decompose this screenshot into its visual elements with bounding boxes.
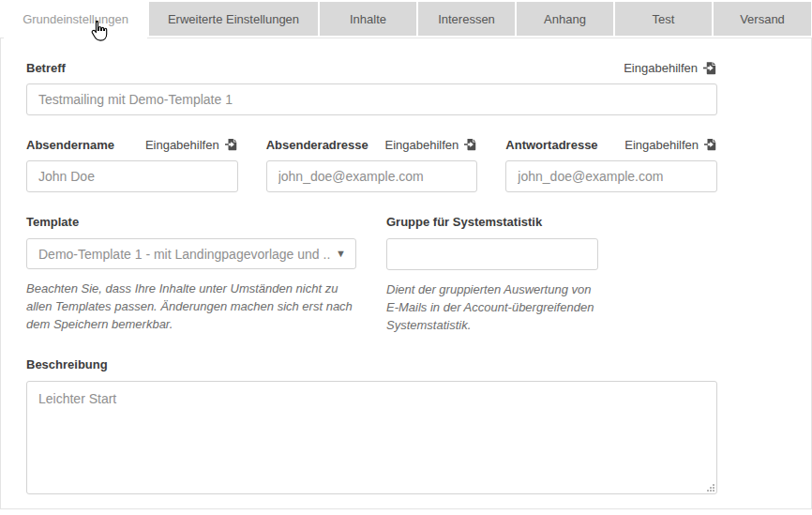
beschreibung-label: Beschreibung: [26, 357, 718, 372]
statistik-gruppe-help-text: Dient der gruppierten Auswertung von E-M…: [386, 280, 600, 334]
tab-anhang[interactable]: Anhang: [517, 2, 613, 36]
template-row: Template Demo-Template 1 - mit Landingpa…: [26, 215, 717, 334]
antwortadresse-field: Antwortadresse Eingabehilfen: [505, 137, 717, 192]
betreff-input[interactable]: [26, 83, 717, 115]
absenderadresse-input[interactable]: [266, 160, 478, 192]
tab-inhalte[interactable]: Inhalte: [320, 2, 416, 36]
template-field: Template Demo-Template 1 - mit Landingpa…: [26, 215, 356, 334]
absendername-eingabehilfen-link[interactable]: Eingabehilfen: [145, 138, 238, 152]
absendername-input[interactable]: [26, 160, 238, 192]
betreff-label: Betreff: [26, 61, 66, 75]
statistik-gruppe-field: Gruppe für Systemstatistik Dient der gru…: [386, 215, 611, 334]
eingabehilfen-label: Eingabehilfen: [624, 138, 699, 152]
betreff-eingabehilfen-link[interactable]: Eingabehilfen: [624, 61, 717, 75]
form-content: Betreff Eingabehilfen Absendername: [1, 38, 718, 494]
insert-into-field-icon[interactable]: [704, 138, 717, 151]
tab-interessen[interactable]: Interessen: [418, 2, 515, 36]
eingabehilfen-label: Eingabehilfen: [385, 138, 459, 152]
template-label: Template: [26, 215, 356, 230]
template-select[interactable]: Demo-Template 1 - mit Landingpagevorlage…: [26, 238, 356, 269]
antwortadresse-input[interactable]: [505, 160, 717, 192]
template-selected-option: Demo-Template 1 - mit Landingpagevorlage…: [38, 247, 331, 262]
eingabehilfen-label: Eingabehilfen: [145, 138, 219, 152]
betreff-header: Betreff Eingabehilfen: [26, 60, 717, 75]
sender-row: Absendername Eingabehilfen: [26, 137, 717, 192]
insert-into-field-icon[interactable]: [464, 138, 477, 151]
beschreibung-field: Beschreibung Leichter Start: [26, 357, 718, 494]
absenderadresse-eingabehilfen-link[interactable]: Eingabehilfen: [385, 138, 478, 152]
absenderadresse-label: Absenderadresse: [266, 138, 368, 152]
absendername-label: Absendername: [26, 138, 114, 152]
tab-test[interactable]: Test: [615, 2, 712, 36]
absenderadresse-field: Absenderadresse Eingabehilfen: [266, 137, 478, 192]
statistik-gruppe-label: Gruppe für Systemstatistik: [386, 215, 611, 230]
eingabehilfen-label: Eingabehilfen: [624, 61, 698, 75]
panel-body: Betreff Eingabehilfen Absendername: [0, 38, 812, 509]
mailing-settings-panel: Grundeinstellungen Erweiterte Einstellun…: [0, 0, 812, 515]
insert-into-field-icon[interactable]: [703, 61, 717, 75]
absendername-field: Absendername Eingabehilfen: [26, 137, 238, 192]
tab-bar: Grundeinstellungen Erweiterte Einstellun…: [0, 0, 812, 38]
chevron-down-icon: ▼: [336, 248, 346, 259]
statistik-gruppe-input[interactable]: [386, 238, 598, 270]
textarea-resize-grip[interactable]: [706, 483, 715, 492]
antwortadresse-eingabehilfen-link[interactable]: Eingabehilfen: [624, 138, 717, 152]
antwortadresse-label: Antwortadresse: [505, 138, 597, 152]
insert-into-field-icon[interactable]: [225, 138, 238, 151]
tab-versand[interactable]: Versand: [714, 2, 811, 36]
template-help-text: Beachten Sie, dass Ihre Inhalte unter Um…: [26, 280, 364, 333]
tab-grundeinstellungen[interactable]: Grundeinstellungen: [4, 0, 147, 38]
tab-erweiterte-einstellungen[interactable]: Erweiterte Einstellungen: [149, 2, 318, 36]
beschreibung-textarea[interactable]: Leichter Start: [26, 381, 717, 494]
